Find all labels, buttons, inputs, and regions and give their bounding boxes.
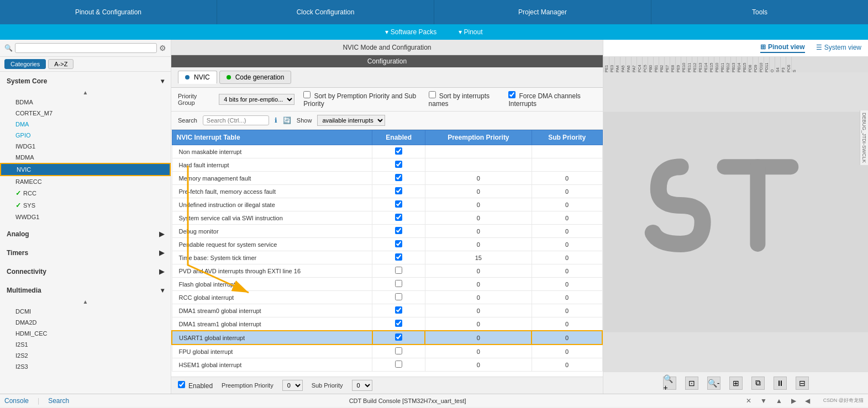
multimedia-scroll-up[interactable]: ▲ <box>0 298 171 306</box>
settings-icon[interactable]: ⚙ <box>159 44 166 52</box>
sidebar-item-iwdg1[interactable]: IWDG1 <box>0 141 171 152</box>
sidebar-item-dma2d[interactable]: DMA2D <box>0 317 171 328</box>
arrow-down-icon[interactable]: ▼ <box>760 397 767 405</box>
console-label[interactable]: Console <box>4 397 29 405</box>
layout-button[interactable]: ⊞ <box>729 377 743 390</box>
bottom-enabled-checkbox[interactable] <box>178 381 185 388</box>
sidebar-item-i2s1[interactable]: I2S1 <box>0 339 171 350</box>
enabled-checkbox[interactable] <box>395 240 402 247</box>
enabled-checkbox[interactable] <box>395 280 402 287</box>
sort-interrupts-checkbox[interactable] <box>429 91 436 98</box>
sidebar-item-dma[interactable]: DMA <box>0 119 171 130</box>
fit-screen-button[interactable]: ⊡ <box>685 377 698 390</box>
enabled-cell[interactable] <box>372 251 425 264</box>
sidebar-item-sys[interactable]: ✓SYS <box>0 199 171 211</box>
zoom-in-button[interactable]: 🔍+ <box>663 377 676 390</box>
subnav-pinout[interactable]: ▾ Pinout <box>459 28 482 36</box>
enabled-cell[interactable] <box>372 345 425 358</box>
search-label[interactable]: Search <box>48 397 69 405</box>
tab-pinout-view[interactable]: ⊞ Pinout view <box>760 43 805 53</box>
enabled-cell[interactable] <box>372 185 425 198</box>
table-row: System service call via SWI instruction0… <box>172 211 602 225</box>
info-icon-1[interactable]: ℹ <box>275 116 277 124</box>
sort-premption-checkbox[interactable] <box>303 91 311 98</box>
enabled-cell[interactable] <box>372 172 425 185</box>
enabled-cell[interactable] <box>372 211 425 225</box>
enabled-checkbox[interactable] <box>395 267 402 274</box>
arrow-left-icon[interactable]: ◀ <box>805 397 810 405</box>
grid-button[interactable]: ⊟ <box>796 377 809 390</box>
sidebar-item-cortex[interactable]: CORTEX_M7 <box>0 108 171 119</box>
nav-project[interactable]: Project Manager <box>434 0 651 24</box>
section-multimedia-header[interactable]: Multimedia ▾ <box>0 283 171 298</box>
enabled-checkbox[interactable] <box>395 161 402 168</box>
tab-az[interactable]: A->Z <box>48 59 73 69</box>
interrupt-name: HSEM1 global interrupt <box>172 358 372 372</box>
sidebar-search-input[interactable] <box>15 43 157 53</box>
section-timers-header[interactable]: Timers ▶ <box>0 246 171 260</box>
nav-clock[interactable]: Clock Configuration <box>217 0 434 24</box>
tab-code-generation[interactable]: Code generation <box>219 71 292 84</box>
bottom-preemption-select[interactable]: 0 <box>282 380 303 391</box>
sidebar-item-hdmi-cec[interactable]: HDMI_CEC <box>0 328 171 339</box>
enabled-checkbox[interactable] <box>395 306 402 314</box>
layers-button[interactable]: ⧉ <box>751 377 765 390</box>
search-input[interactable] <box>203 115 269 125</box>
enabled-cell[interactable] <box>372 358 425 372</box>
pin-header-item: PA7 <box>631 57 636 72</box>
sidebar-item-wwdg1[interactable]: WWDG1 <box>0 211 171 222</box>
enabled-checkbox[interactable] <box>395 320 402 327</box>
nav-pinout[interactable]: Pinout & Configuration <box>0 0 217 24</box>
enabled-checkbox[interactable] <box>395 347 402 354</box>
nav-tools[interactable]: Tools <box>651 0 868 24</box>
arrow-up-icon[interactable]: ▲ <box>776 397 782 405</box>
tab-nvic[interactable]: NVIC <box>178 71 217 84</box>
subnav-software-packs[interactable]: ▾ Software Packs <box>385 28 436 36</box>
force-dma-checkbox[interactable] <box>508 91 515 98</box>
enabled-cell[interactable] <box>372 304 425 317</box>
sidebar-item-rcc[interactable]: ✓RCC <box>0 187 171 199</box>
enabled-cell[interactable] <box>372 291 425 304</box>
enabled-cell[interactable] <box>372 278 425 291</box>
enabled-checkbox[interactable] <box>395 333 402 341</box>
enabled-checkbox[interactable] <box>395 293 402 300</box>
section-analog-header[interactable]: Analog ▶ <box>0 227 171 241</box>
close-icon[interactable]: ✕ <box>746 397 751 405</box>
enabled-cell[interactable] <box>372 317 425 331</box>
enabled-checkbox[interactable] <box>395 253 402 261</box>
bottom-sub-priority-select[interactable]: 0 <box>352 380 372 391</box>
sidebar-item-nvic[interactable]: NVIC <box>0 163 171 176</box>
enabled-checkbox[interactable] <box>395 200 402 208</box>
sidebar-item-gpio[interactable]: GPIO <box>0 130 171 141</box>
sidebar-item-i2s2[interactable]: I2S2 <box>0 350 171 361</box>
enabled-cell[interactable] <box>372 264 425 278</box>
section-connectivity-header[interactable]: Connectivity ▶ <box>0 264 171 279</box>
enabled-checkbox[interactable] <box>395 214 402 221</box>
show-select[interactable]: available interrupts all interrupts <box>317 115 385 126</box>
enabled-checkbox[interactable] <box>395 227 402 234</box>
sidebar-item-ramecc[interactable]: RAMECC <box>0 176 171 187</box>
enabled-cell[interactable] <box>372 198 425 211</box>
sidebar-item-mdma[interactable]: MDMA <box>0 152 171 163</box>
enabled-cell[interactable] <box>372 238 425 251</box>
tab-categories[interactable]: Categories <box>4 59 46 69</box>
tab-system-view[interactable]: ☰ System view <box>816 43 861 53</box>
info-icon-2[interactable]: 🔄 <box>283 116 291 124</box>
sidebar-item-dcmi[interactable]: DCMI <box>0 306 171 317</box>
enabled-cell[interactable] <box>372 145 425 158</box>
enabled-checkbox[interactable] <box>395 174 402 181</box>
enabled-cell[interactable] <box>372 158 425 172</box>
enabled-checkbox[interactable] <box>395 187 402 194</box>
enabled-checkbox[interactable] <box>395 147 402 155</box>
sidebar-item-i2s3[interactable]: I2S3 <box>0 361 171 372</box>
priority-group-select[interactable]: 4 bits for pre-emptio... <box>219 94 294 105</box>
enabled-cell[interactable] <box>372 225 425 238</box>
enabled-cell[interactable] <box>372 331 425 345</box>
arrow-right-icon[interactable]: ▶ <box>791 397 796 405</box>
section-system-core-header[interactable]: System Core ▾ <box>0 74 171 88</box>
scroll-up-btn[interactable]: ▲ <box>0 88 171 97</box>
enabled-checkbox[interactable] <box>395 361 402 368</box>
pause-button[interactable]: ⏸ <box>774 377 787 390</box>
sidebar-item-bdma[interactable]: BDMA <box>0 97 171 108</box>
zoom-out-button[interactable]: 🔍- <box>707 377 720 390</box>
